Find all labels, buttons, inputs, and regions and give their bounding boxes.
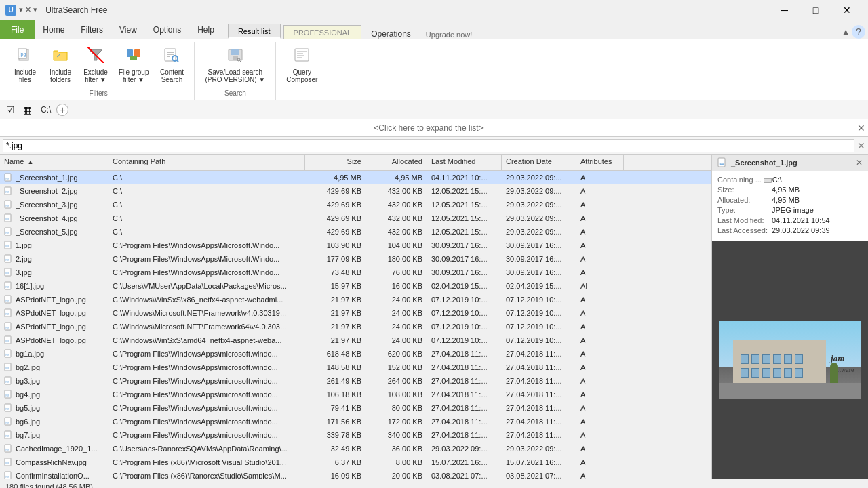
- help-button[interactable]: ?: [852, 25, 865, 39]
- table-row[interactable]: jpg _Screenshot_5.jpg C:\ 429,69 KB 432,…: [0, 225, 711, 239]
- ribbon-group-query: Query Composer: [276, 42, 328, 92]
- cell-attr: A: [576, 186, 624, 196]
- col-header-size[interactable]: Size: [305, 155, 366, 170]
- title-bar-left: U ▾ ✕ ▾ UltraSearch Free: [5, 5, 108, 16]
- cell-path: C:\Windows\Microsoft.NET\Framework\v4.0.…: [108, 308, 305, 318]
- cell-alloc: 172,00 KB: [366, 417, 427, 426]
- table-row[interactable]: jpg ASPdotNET_logo.jpg C:\Windows\Micros…: [0, 306, 711, 320]
- save-load-search-button[interactable]: Save/Load search (PRO VERSION) ▼: [200, 43, 270, 87]
- table-row[interactable]: jpg ConfirmInstallationO... C:\Program F…: [0, 469, 711, 479]
- include-files-button[interactable]: ✓ jpg Include files: [8, 43, 42, 87]
- cell-size: 4,95 MB: [305, 173, 366, 182]
- minimize-button[interactable]: ─: [769, 0, 800, 20]
- cell-created: 29.03.2022 09:...: [502, 200, 576, 209]
- include-files-label: Include files: [14, 68, 36, 83]
- cell-name: jpg bg6.jpg: [0, 416, 108, 427]
- search-group-label: Search: [224, 89, 246, 97]
- cell-created: 02.04.2019 15:...: [502, 281, 576, 291]
- col-header-modified[interactable]: Last Modified: [427, 155, 502, 170]
- file-group-filter-label: File group filter ▼: [119, 68, 149, 83]
- detail-close-button[interactable]: ✕: [856, 158, 863, 167]
- filter-input[interactable]: [3, 139, 854, 152]
- cell-path: C:\Program Files (x86)\Microsoft Visual …: [108, 458, 305, 467]
- upgrade-button[interactable]: Upgrade now!: [420, 30, 478, 39]
- menu-help[interactable]: Help: [189, 20, 222, 39]
- cell-attr: A: [576, 268, 624, 277]
- menu-home[interactable]: Home: [35, 20, 73, 39]
- close-button[interactable]: ✕: [831, 0, 863, 20]
- table-row[interactable]: jpg bg1a.jpg C:\Program Files\WindowsApp…: [0, 347, 711, 361]
- cell-size: 73,48 KB: [305, 268, 366, 277]
- status-text: 180 files found (48,56 MB): [5, 483, 93, 489]
- table-row[interactable]: jpg 3.jpg C:\Program Files\WindowsApps\M…: [0, 266, 711, 279]
- tab-result-list[interactable]: Result list: [228, 24, 281, 39]
- location-close-button[interactable]: ✕: [857, 123, 865, 134]
- table-row[interactable]: jpg 2.jpg C:\Program Files\WindowsApps\M…: [0, 252, 711, 266]
- menu-view[interactable]: View: [111, 20, 145, 39]
- include-folders-button[interactable]: ✓ Include folders: [43, 43, 77, 87]
- cell-size: 618,48 KB: [305, 349, 366, 359]
- tab-professional[interactable]: PROFESSIONAL: [283, 25, 362, 39]
- svg-text:jpg: jpg: [5, 380, 9, 383]
- cell-path: C:\Program Files (x86)\Ranorex\Studio\Sa…: [108, 471, 305, 479]
- maximize-button[interactable]: □: [800, 0, 831, 20]
- table-row[interactable]: jpg CachedImage_1920_1... C:\Users\acs-R…: [0, 442, 711, 455]
- cell-modified: 07.12.2019 10:...: [427, 308, 502, 318]
- table-row[interactable]: jpg 1.jpg C:\Program Files\WindowsApps\M…: [0, 239, 711, 252]
- menu-file[interactable]: File: [0, 20, 35, 39]
- expand-list-text[interactable]: <Click here to expand the list>: [3, 123, 854, 133]
- add-location-button[interactable]: +: [56, 104, 68, 116]
- table-row[interactable]: jpg ASPdotNET_logo.jpg C:\Windows\WinSxS…: [0, 293, 711, 306]
- listview-button[interactable]: ▦: [20, 102, 35, 117]
- col-header-alloc[interactable]: Allocated: [366, 155, 427, 170]
- cell-alloc: 16,00 KB: [366, 281, 427, 291]
- cell-name: jpg bg3.jpg: [0, 375, 108, 386]
- filter-close-button[interactable]: ✕: [857, 140, 865, 151]
- table-row[interactable]: jpg _Screenshot_2.jpg C:\ 429,69 KB 432,…: [0, 184, 711, 198]
- table-row[interactable]: jpg ASPdotNET_logo.jpg C:\Windows\WinSxS…: [0, 333, 711, 347]
- cell-created: 29.03.2022 09:...: [502, 227, 576, 237]
- table-row[interactable]: jpg bg7.jpg C:\Program Files\WindowsApps…: [0, 428, 711, 442]
- col-header-created[interactable]: Creation Date: [502, 155, 576, 170]
- cell-alloc: 24,00 KB: [366, 322, 427, 331]
- table-row[interactable]: jpg bg6.jpg C:\Program Files\WindowsApps…: [0, 415, 711, 428]
- cell-alloc: 180,00 KB: [366, 254, 427, 264]
- include-folders-icon: ✓: [52, 47, 68, 67]
- table-row[interactable]: jpg ASPdotNET_logo.jpg C:\Windows\Micros…: [0, 320, 711, 333]
- table-row[interactable]: jpg bg3.jpg C:\Program Files\WindowsApps…: [0, 374, 711, 388]
- table-row[interactable]: jpg _Screenshot_4.jpg C:\ 429,69 KB 432,…: [0, 211, 711, 225]
- col-header-attr[interactable]: Attributes: [576, 155, 624, 170]
- query-composer-button[interactable]: Query Composer: [281, 43, 322, 87]
- table-row[interactable]: jpg 16[1].jpg C:\Users\VMUser\AppData\Lo…: [0, 279, 711, 293]
- table-row[interactable]: jpg bg5.jpg C:\Program Files\WindowsApps…: [0, 401, 711, 415]
- content-search-button[interactable]: Content Search: [155, 43, 189, 87]
- menu-operations[interactable]: Operations: [363, 29, 419, 39]
- detail-type-label: Type:: [717, 206, 772, 214]
- cell-attr: A: [576, 458, 624, 467]
- cell-path: C:\Program Files\WindowsApps\Microsoft.W…: [108, 241, 305, 250]
- table-row[interactable]: jpg CompassRichNav.jpg C:\Program Files …: [0, 455, 711, 469]
- svg-text:jpg: jpg: [5, 285, 9, 288]
- col-header-path[interactable]: Containing Path: [108, 155, 305, 170]
- ribbon-collapse-button[interactable]: ▲: [841, 26, 850, 37]
- menu-filters[interactable]: Filters: [73, 20, 111, 39]
- table-row[interactable]: jpg bg4.jpg C:\Program Files\WindowsApps…: [0, 388, 711, 401]
- exclude-filter-button[interactable]: Exclude filter ▼: [79, 43, 113, 87]
- checkbox-button[interactable]: ☑: [3, 102, 18, 117]
- table-row[interactable]: jpg bg2.jpg C:\Program Files\WindowsApps…: [0, 361, 711, 374]
- cell-alloc: 432,00 KB: [366, 214, 427, 223]
- cell-modified: 02.04.2019 15:...: [427, 281, 502, 291]
- cell-attr: A: [576, 322, 624, 331]
- table-row[interactable]: jpg _Screenshot_3.jpg C:\ 429,69 KB 432,…: [0, 198, 711, 211]
- svg-text:jpg: jpg: [19, 52, 26, 57]
- cell-attr: A: [576, 471, 624, 479]
- svg-text:jpg: jpg: [5, 244, 9, 247]
- file-group-filter-button[interactable]: File group filter ▼: [114, 43, 153, 87]
- menu-options[interactable]: Options: [145, 20, 189, 39]
- cell-attr: A: [576, 336, 624, 345]
- cell-attr: AI: [576, 281, 624, 291]
- detail-title-area: jpg _Screenshot_1.jpg: [717, 157, 797, 168]
- col-header-name[interactable]: Name ▲: [0, 155, 108, 170]
- save-load-label: Save/Load search (PRO VERSION) ▼: [205, 68, 265, 83]
- table-row[interactable]: jpg _Screenshot_1.jpg C:\ 4,95 MB 4,95 M…: [0, 171, 711, 184]
